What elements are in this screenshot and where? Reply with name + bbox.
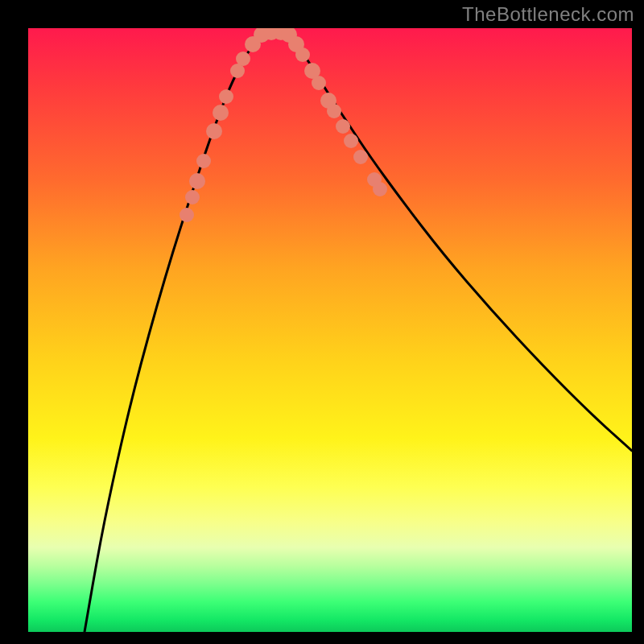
- chart-svg: [28, 28, 632, 632]
- data-marker: [373, 182, 387, 196]
- data-marker: [219, 89, 233, 104]
- data-marker: [196, 154, 211, 168]
- data-marker: [236, 52, 250, 66]
- curve-left-curve: [85, 35, 262, 632]
- data-marker: [336, 119, 350, 134]
- data-marker: [295, 47, 310, 62]
- data-marker: [353, 150, 368, 164]
- plot-area: [28, 28, 632, 632]
- data-marker: [185, 190, 200, 204]
- data-marker: [327, 104, 341, 118]
- data-marker: [312, 76, 326, 90]
- data-marker: [206, 123, 222, 139]
- watermark-text: TheBottleneck.com: [462, 3, 634, 26]
- curve-right-curve: [286, 35, 632, 451]
- data-marker: [189, 173, 205, 189]
- data-marker: [344, 134, 358, 148]
- data-marker: [213, 105, 229, 121]
- data-marker: [180, 208, 194, 222]
- chart-container: TheBottleneck.com: [0, 0, 644, 644]
